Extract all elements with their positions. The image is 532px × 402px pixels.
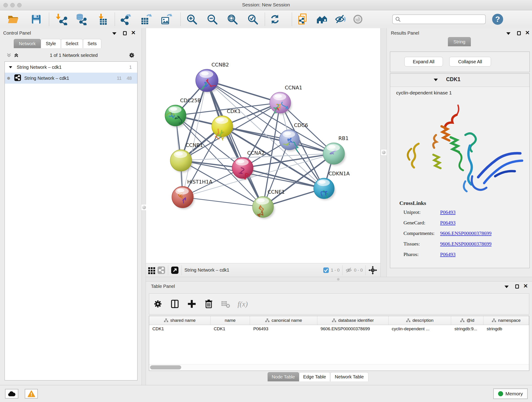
table-cell[interactable]: stringdb — [483, 325, 529, 334]
column-header-database-identifier[interactable]: database identifier — [317, 316, 389, 325]
bottom-divider-handle[interactable] — [337, 278, 340, 281]
network-node-CCNA1[interactable]: CCNA1 — [270, 85, 302, 114]
network-collection-row[interactable]: String Network – cdk1 1 — [5, 62, 137, 73]
right-divider-handle[interactable] — [381, 149, 387, 156]
maximize-panel-icon[interactable] — [123, 31, 127, 35]
network-node-CDKN1A[interactable]: CDKN1A — [314, 171, 350, 200]
import-network-from-database-icon[interactable] — [75, 13, 87, 25]
export-image-icon[interactable] — [160, 13, 172, 25]
detach-view-icon[interactable] — [171, 266, 179, 274]
table-cell[interactable]: stringdb:9... — [451, 325, 483, 334]
tab-style[interactable]: Style — [41, 39, 61, 48]
network-view-mode-icon[interactable] — [157, 266, 165, 274]
expand-all-icon[interactable] — [13, 52, 19, 58]
table-header-row: shared namenamecanonical namedatabase id… — [149, 316, 529, 325]
expand-all-button[interactable]: Expand All — [404, 57, 443, 66]
tab-network[interactable]: Network — [14, 39, 41, 48]
hide-selected-icon[interactable] — [334, 13, 346, 25]
tab-edge-table[interactable]: Edge Table — [299, 372, 330, 381]
crosslink-link[interactable]: P06493 — [440, 220, 456, 225]
import-table-from-file-icon[interactable] — [97, 13, 109, 25]
table-row[interactable]: CDK1CDK1P064939606.ENSP00000378699cyclin… — [149, 325, 529, 334]
network-canvas[interactable]: CCNB2CCNA1CDC25BCDK1CDC6RB1CCNB1CCNA2CDK… — [146, 28, 380, 263]
network-edge-count: 48 — [127, 76, 132, 81]
warnings-button[interactable] — [25, 389, 38, 399]
table-cell[interactable]: cyclin-dependent ... — [389, 325, 451, 334]
delete-row-trash-icon[interactable] — [204, 299, 214, 309]
grid-view-icon[interactable] — [148, 266, 156, 274]
apply-layout-icon[interactable] — [269, 13, 281, 25]
export-table-icon[interactable] — [140, 13, 152, 25]
column-header-description[interactable]: description — [389, 316, 451, 325]
cloud-button[interactable] — [5, 389, 18, 399]
maximize-panel-icon[interactable] — [517, 31, 521, 35]
left-panel-divider[interactable] — [142, 28, 146, 385]
first-neighbors-icon[interactable] — [316, 13, 328, 25]
scrollbar-thumb[interactable] — [150, 365, 181, 370]
bottom-panel-divider[interactable] — [146, 277, 532, 281]
memory-button[interactable]: Memory — [493, 389, 528, 399]
table-cell[interactable]: CDK1 — [210, 325, 250, 334]
network-edge-HIST1H1A-CCNE1[interactable] — [183, 197, 263, 207]
open-file-icon[interactable] — [7, 13, 19, 25]
network-node-CCNB1[interactable]: CCNB1 — [170, 142, 203, 172]
tab-sets[interactable]: Sets — [83, 39, 101, 48]
zoom-selected-icon[interactable] — [247, 13, 259, 25]
network-node-HIST1H1A[interactable]: HIST1H1A — [172, 179, 212, 209]
zoom-out-icon[interactable] — [206, 13, 218, 25]
network-row[interactable]: String Network – cdk1 11 48 — [5, 73, 137, 84]
tab-node-table[interactable]: Node Table — [268, 372, 299, 381]
column-header-canonical-name[interactable]: canonical name — [250, 316, 317, 325]
protein-entry-header[interactable]: CDK1 — [390, 74, 530, 87]
close-panel-icon[interactable]: ✕ — [523, 284, 528, 288]
right-panel-divider[interactable] — [380, 28, 387, 277]
import-network-from-file-icon[interactable] — [56, 13, 68, 25]
birdseye-navigator-icon[interactable] — [368, 266, 377, 274]
column-header-name[interactable]: name — [210, 316, 250, 325]
collapse-all-icon[interactable] — [6, 52, 12, 58]
search-input[interactable] — [401, 17, 485, 22]
selected-checkbox-icon[interactable] — [323, 267, 329, 273]
tab-string[interactable]: String — [448, 37, 471, 46]
crosslink-link[interactable]: P06493 — [440, 209, 456, 215]
entry-collapse-icon[interactable] — [434, 79, 438, 81]
horizontal-scrollbar[interactable] — [149, 364, 529, 370]
save-session-icon[interactable] — [30, 13, 42, 25]
help-icon[interactable]: ? — [492, 13, 504, 25]
crosslink-link[interactable]: 9606.ENSP00000378699 — [440, 230, 491, 236]
network-node-CCNB2[interactable]: CCNB2 — [196, 62, 229, 93]
zoom-fit-content-icon[interactable] — [226, 13, 238, 25]
network-node-CDC6[interactable]: CDC6 — [279, 122, 308, 152]
close-panel-icon[interactable]: ✕ — [131, 31, 136, 35]
tab-select[interactable]: Select — [61, 39, 83, 48]
zoom-in-icon[interactable] — [186, 13, 198, 25]
network-node-RB1[interactable]: RB1 — [323, 135, 348, 166]
float-panel-icon[interactable] — [506, 32, 510, 35]
export-network-icon[interactable] — [120, 13, 132, 25]
collection-expand-icon[interactable] — [9, 66, 12, 68]
gear-icon[interactable] — [128, 52, 135, 59]
crosslink-link[interactable]: 9606.ENSP00000378699 — [440, 241, 491, 247]
float-panel-icon[interactable] — [112, 32, 116, 35]
table-cell[interactable]: 9606.ENSP00000378699 — [317, 325, 389, 334]
column-header-shared-name[interactable]: shared name — [149, 316, 210, 325]
column-header--id[interactable]: @id — [451, 316, 483, 325]
table-settings-gear-icon[interactable] — [153, 299, 163, 309]
network-label: String Network – cdk1 — [24, 76, 69, 81]
new-network-from-selection-icon[interactable] — [297, 13, 309, 25]
crosslink-link[interactable]: P06493 — [440, 251, 456, 257]
show-columns-icon[interactable] — [170, 299, 180, 309]
float-panel-icon[interactable] — [505, 286, 509, 288]
add-column-icon[interactable] — [187, 299, 197, 309]
table-cell[interactable]: CDK1 — [149, 325, 210, 334]
table-cell[interactable]: P06493 — [250, 325, 317, 334]
collapse-all-button[interactable]: Collapse All — [449, 57, 491, 66]
close-panel-icon[interactable]: ✕ — [525, 31, 530, 35]
main-toolbar: ? — [0, 10, 532, 28]
tab-network-table[interactable]: Network Table — [330, 372, 368, 381]
network-node-CDC25B[interactable]: CDC25B — [165, 98, 201, 127]
column-header-namespace[interactable]: namespace — [483, 316, 529, 325]
network-edge-CDK1-RB1[interactable] — [222, 126, 334, 153]
show-all-icon[interactable] — [352, 13, 364, 25]
maximize-panel-icon[interactable] — [515, 284, 519, 288]
